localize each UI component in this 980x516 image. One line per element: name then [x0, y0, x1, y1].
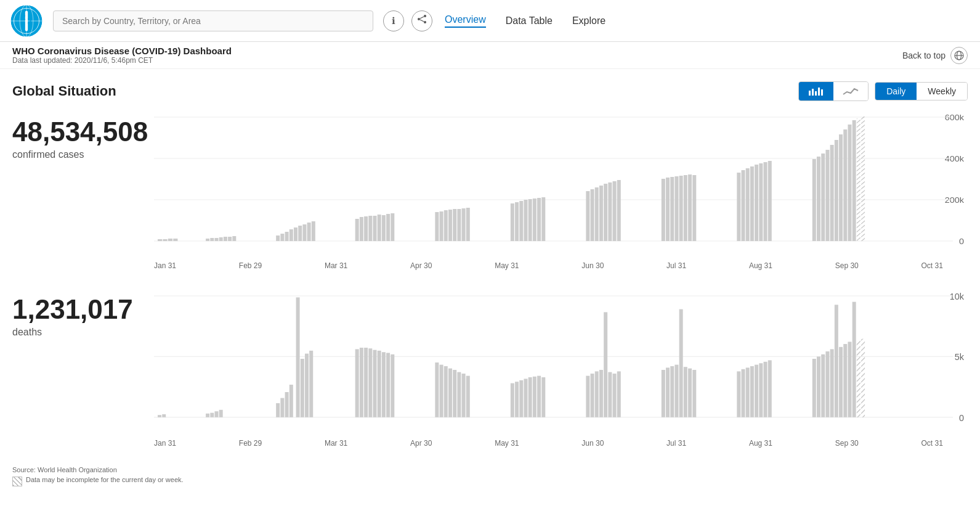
svg-rect-67 [524, 200, 527, 241]
x-label-apr30: Apr 30 [410, 261, 432, 270]
svg-rect-69 [533, 199, 537, 241]
svg-rect-16 [815, 91, 817, 96]
svg-rect-172 [742, 369, 745, 417]
svg-rect-177 [764, 362, 767, 417]
svg-rect-161 [613, 374, 617, 417]
svg-rect-105 [852, 120, 856, 241]
bar-aug [662, 174, 696, 241]
svg-rect-47 [355, 219, 359, 241]
back-to-top-area[interactable]: Back to top [902, 47, 968, 64]
deaths-x-label-feb29: Feb 29 [239, 439, 262, 448]
svg-rect-142 [448, 369, 452, 417]
svg-rect-29 [168, 239, 172, 241]
line-chart-button[interactable] [833, 82, 868, 100]
search-input[interactable] [53, 10, 373, 31]
logo-area [10, 4, 43, 38]
confirmed-cases-chart: 600k 400k 200k 0 [154, 111, 968, 259]
deaths-x-label-apr30: Apr 30 [410, 439, 432, 448]
svg-rect-77 [608, 182, 612, 241]
svg-rect-155 [586, 376, 589, 417]
x-label-may31: May 31 [495, 261, 519, 270]
svg-rect-46 [312, 221, 315, 241]
svg-rect-186 [843, 344, 847, 417]
svg-rect-59 [448, 210, 452, 241]
svg-rect-183 [830, 349, 834, 417]
svg-rect-145 [462, 374, 466, 417]
svg-rect-39 [280, 234, 284, 241]
section-title: Global Situation [12, 83, 116, 99]
svg-rect-89 [742, 170, 745, 241]
deaths-section: 1,231,017 deaths 10k 5k 0 [12, 289, 968, 448]
bar-jan [158, 239, 177, 241]
svg-rect-73 [591, 189, 594, 241]
weekly-button[interactable]: Weekly [917, 83, 967, 100]
deaths-chart: 10k 5k 0 [154, 289, 968, 436]
svg-rect-86 [688, 174, 692, 241]
svg-rect-68 [528, 199, 532, 241]
sub-header-left: WHO Coronavirus Disease (COVID-19) Dashb… [12, 46, 232, 65]
svg-rect-88 [737, 173, 740, 241]
svg-text:0: 0 [959, 413, 964, 423]
svg-text:400k: 400k [945, 155, 965, 163]
search-bar[interactable] [53, 10, 373, 31]
svg-rect-34 [219, 237, 223, 241]
svg-rect-144 [457, 372, 461, 417]
svg-rect-187 [848, 342, 851, 417]
deaths-x-label-mar31: Mar 31 [325, 439, 347, 448]
svg-rect-15 [812, 89, 814, 96]
svg-rect-31 [206, 239, 209, 241]
deaths-svg: 10k 5k 0 [154, 289, 968, 436]
svg-rect-51 [373, 216, 376, 241]
svg-rect-163 [662, 370, 665, 417]
svg-rect-181 [821, 354, 825, 417]
share-icon [417, 14, 427, 27]
svg-rect-36 [228, 237, 232, 241]
svg-rect-85 [684, 175, 687, 241]
svg-rect-149 [519, 380, 523, 417]
bar-chart-button[interactable] [799, 82, 833, 100]
deaths-stats-panel: 1,231,017 deaths [12, 289, 154, 338]
bar-mar [276, 221, 315, 241]
nav-links: Overview Data Table Explore [445, 14, 605, 28]
svg-text:0: 0 [959, 237, 964, 246]
svg-rect-5 [25, 10, 28, 30]
svg-rect-125 [290, 385, 293, 417]
svg-rect-54 [386, 214, 390, 241]
info-button[interactable]: ℹ [383, 10, 404, 31]
svg-line-9 [420, 17, 424, 18]
svg-rect-184 [835, 305, 838, 417]
nav-data-table[interactable]: Data Table [506, 15, 553, 27]
footer-note: Source: World Health Organization Data m… [12, 460, 968, 496]
svg-rect-166 [674, 365, 678, 417]
svg-rect-60 [453, 209, 456, 241]
confirmed-cases-row: 48,534,508 confirmed cases 600k 400k 200… [12, 111, 968, 270]
svg-rect-179 [812, 359, 816, 417]
svg-rect-30 [173, 239, 177, 241]
deaths-x-label-oct31: Oct 31 [921, 439, 943, 448]
svg-rect-82 [670, 177, 674, 241]
svg-rect-139 [435, 362, 439, 417]
svg-rect-167 [679, 309, 683, 417]
svg-rect-126 [296, 297, 300, 417]
confirmed-cases-chart-area: 600k 400k 200k 0 [154, 111, 968, 270]
svg-rect-188 [852, 302, 856, 417]
confirmed-cases-number: 48,534,508 [12, 117, 154, 147]
svg-rect-138 [391, 354, 394, 417]
svg-rect-96 [812, 159, 816, 241]
language-globe-icon[interactable] [950, 47, 968, 64]
svg-rect-158 [599, 370, 603, 417]
nav-overview[interactable]: Overview [445, 14, 486, 28]
svg-rect-45 [307, 223, 311, 241]
deaths-x-axis-labels: Jan 31 Feb 29 Mar 31 Apr 30 May 31 Jun 3… [154, 436, 968, 448]
deaths-number: 1,231,017 [12, 295, 154, 324]
x-label-jan31: Jan 31 [154, 261, 176, 270]
svg-rect-91 [750, 166, 754, 241]
cases-x-axis-labels: Jan 31 Feb 29 Mar 31 Apr 30 May 31 Jun 3… [154, 259, 968, 270]
daily-button[interactable]: Daily [875, 83, 917, 100]
svg-rect-63 [466, 208, 470, 241]
nav-explore[interactable]: Explore [572, 15, 605, 27]
svg-rect-102 [839, 134, 843, 241]
x-label-mar31: Mar 31 [325, 261, 347, 270]
svg-rect-75 [599, 186, 603, 241]
share-button[interactable] [411, 10, 432, 31]
